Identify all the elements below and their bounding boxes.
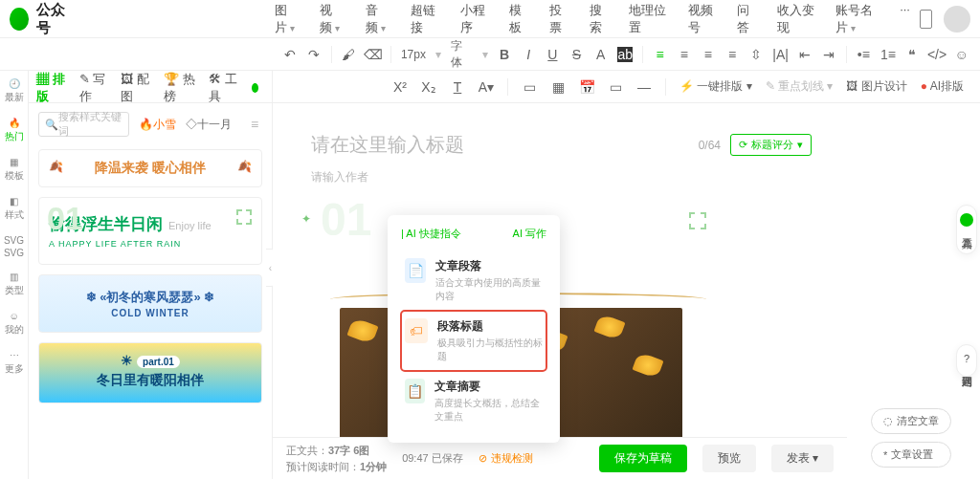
- italic-icon[interactable]: I: [522, 47, 536, 62]
- top-menu-5[interactable]: 模板: [500, 0, 538, 42]
- card-icon[interactable]: ▭: [608, 79, 623, 95]
- superscript-icon[interactable]: X²: [392, 79, 408, 95]
- tab-indicator-icon: [252, 83, 258, 93]
- top-menu-11[interactable]: 收入变现: [768, 0, 824, 42]
- ai-layout-button[interactable]: ● AI排版: [921, 78, 964, 95]
- bold-icon[interactable]: B: [498, 47, 512, 62]
- style-card-3[interactable]: ❄ «初冬的寒风瑟瑟» ❄ COLD WINTER: [38, 274, 262, 333]
- ai-trigger-icon[interactable]: ✦: [301, 212, 311, 226]
- line-height-icon[interactable]: ⇳: [749, 47, 764, 62]
- undo-icon[interactable]: ↶: [283, 47, 298, 62]
- rail-更多[interactable]: ⋯更多: [5, 350, 24, 376]
- emoji-icon[interactable]: ☺: [954, 47, 969, 62]
- brand-title: 公众号: [36, 1, 73, 37]
- phone-icon[interactable]: [920, 10, 932, 29]
- card2-number: 01: [47, 200, 83, 237]
- save-draft-button[interactable]: 保存为草稿: [599, 445, 687, 472]
- date-icon[interactable]: 📅: [579, 79, 594, 95]
- ai-option-文章段落[interactable]: 📄文章段落适合文章内使用的高质量内容: [401, 250, 546, 311]
- quote-icon[interactable]: ❝: [905, 47, 920, 62]
- rail-类型[interactable]: ▥类型: [5, 272, 24, 297]
- font-color-icon[interactable]: A: [593, 47, 608, 62]
- tab-排版[interactable]: ▦ 排版: [36, 71, 66, 105]
- font-family-select[interactable]: 字体: [451, 38, 473, 71]
- rail-SVG[interactable]: SVGSVG: [4, 235, 24, 258]
- top-menu-4[interactable]: 小程序: [451, 0, 498, 42]
- align-justify-icon[interactable]: ≡: [724, 47, 739, 62]
- list-bullet-icon[interactable]: •≡: [857, 47, 871, 62]
- indent-icon[interactable]: ⇤: [798, 47, 813, 62]
- preview-button[interactable]: 预览: [702, 445, 756, 472]
- highlight-icon[interactable]: A▾: [479, 79, 494, 95]
- outdent-icon[interactable]: ⇥: [822, 47, 836, 62]
- hr-icon[interactable]: —: [636, 79, 652, 95]
- clear-format-icon[interactable]: T: [450, 79, 465, 95]
- title-score-button[interactable]: ⟳ 标题评分 ▾: [730, 134, 812, 156]
- rail-样式[interactable]: ◧样式: [5, 196, 24, 222]
- article-settings-button[interactable]: * 文章设置: [871, 442, 951, 468]
- brush-icon[interactable]: 🖌: [342, 47, 356, 62]
- top-menu-10[interactable]: 问答: [727, 0, 766, 42]
- filter-icon[interactable]: ≡: [247, 117, 262, 132]
- eraser-icon[interactable]: ⌫: [366, 47, 381, 62]
- table-icon[interactable]: ▦: [550, 79, 566, 95]
- tab-写作[interactable]: ✎ 写作: [79, 71, 107, 105]
- list-number-icon[interactable]: 1≡: [880, 47, 896, 62]
- tag-xiaoxue[interactable]: 🔥小雪: [139, 117, 176, 133]
- code-icon[interactable]: </>: [929, 47, 945, 62]
- rail-我的[interactable]: ☺我的: [5, 311, 24, 337]
- top-menu-3[interactable]: 超链接: [401, 0, 448, 42]
- bg-color-icon[interactable]: ab: [617, 47, 633, 62]
- avatar[interactable]: [944, 6, 970, 33]
- top-menu-9[interactable]: 视频号: [679, 0, 725, 42]
- search-input[interactable]: 🔍 搜索样式关键词: [38, 112, 129, 137]
- style-card-4[interactable]: ☀ part.01 冬日里有暖阳相伴: [38, 342, 262, 403]
- top-menu-6[interactable]: 投票: [540, 0, 578, 42]
- top-menu-8[interactable]: 地理位置: [619, 0, 676, 42]
- top-menu-0[interactable]: 图片: [265, 0, 309, 42]
- toolbox-icon: [960, 213, 973, 227]
- rail-热门[interactable]: 🔥热门: [5, 118, 24, 143]
- faq-float[interactable]: ? 遇到问题: [956, 344, 977, 377]
- style-cards: 🍂 降温来袭 暖心相伴 🍂 01 偷得浮生半日闲Enjoy life A HAP…: [29, 143, 272, 409]
- violation-check-button[interactable]: ⊘ 违规检测: [479, 451, 533, 466]
- tag-november[interactable]: ◇十一月: [186, 117, 232, 133]
- font-size-select[interactable]: 17px: [401, 48, 426, 61]
- top-menu-13[interactable]: ···: [890, 0, 920, 42]
- tab-工具[interactable]: 🛠 工具: [209, 71, 238, 105]
- left-rail: 🕘最新🔥热门▦模板◧样式SVGSVG▥类型☺我的⋯更多: [0, 71, 29, 479]
- rail-最新[interactable]: 🕘最新: [5, 78, 24, 104]
- clear-article-button[interactable]: ◌ 清空文章: [871, 408, 951, 434]
- quick-layout-button[interactable]: ⚡ 一键排版 ▾: [679, 78, 752, 95]
- image-design-button[interactable]: 🖼 图片设计: [846, 78, 906, 95]
- ai-quick-popup: | AI 快捷指令 AI 写作 📄文章段落适合文章内使用的高质量内容🏷段落标题极…: [388, 215, 560, 443]
- title-count: 0/64: [699, 139, 721, 152]
- style-card-2[interactable]: 01 偷得浮生半日闲Enjoy life A HAPPY LIFE AFTER …: [38, 197, 262, 265]
- toolbox-float[interactable]: 工具箱 ‹: [956, 205, 977, 254]
- tab-配图[interactable]: 🖼 配图: [121, 71, 150, 105]
- letter-spacing-icon[interactable]: |A|: [773, 47, 789, 62]
- top-menu-12[interactable]: 账号名片: [826, 0, 888, 42]
- top-menu-2[interactable]: 音频: [356, 0, 400, 42]
- top-menu-7[interactable]: 搜索: [580, 0, 618, 42]
- top-menu-1[interactable]: 视频: [310, 0, 354, 42]
- focus-line-button[interactable]: ✎ 重点划线 ▾: [766, 78, 834, 95]
- author-input[interactable]: 请输入作者: [273, 169, 850, 185]
- content-area[interactable]: ✦ 01 y life: [301, 203, 821, 384]
- align-right-icon[interactable]: ≡: [701, 47, 715, 62]
- ai-write-link[interactable]: AI 写作: [513, 227, 546, 241]
- ai-option-文章摘要[interactable]: 📋文章摘要高度提长文概括，总结全文重点: [401, 371, 546, 431]
- publish-button[interactable]: 发表 ▾: [771, 445, 834, 472]
- tab-热榜[interactable]: 🏆 热榜: [164, 71, 195, 105]
- redo-icon[interactable]: ↷: [307, 47, 322, 62]
- subscript-icon[interactable]: X₂: [421, 79, 436, 95]
- rail-模板[interactable]: ▦模板: [5, 157, 24, 183]
- align-center-icon[interactable]: ≡: [677, 47, 691, 62]
- title-input[interactable]: 请在这里输入标题: [311, 132, 699, 158]
- style-card-1[interactable]: 🍂 降温来袭 暖心相伴 🍂: [38, 149, 262, 187]
- strike-icon[interactable]: S: [569, 47, 584, 62]
- ai-option-段落标题[interactable]: 🏷段落标题极具吸引力与概括性的标题: [401, 311, 546, 371]
- video-icon[interactable]: ▭: [522, 79, 537, 95]
- align-left-icon[interactable]: ≡: [653, 47, 667, 62]
- underline-icon[interactable]: U: [546, 47, 560, 62]
